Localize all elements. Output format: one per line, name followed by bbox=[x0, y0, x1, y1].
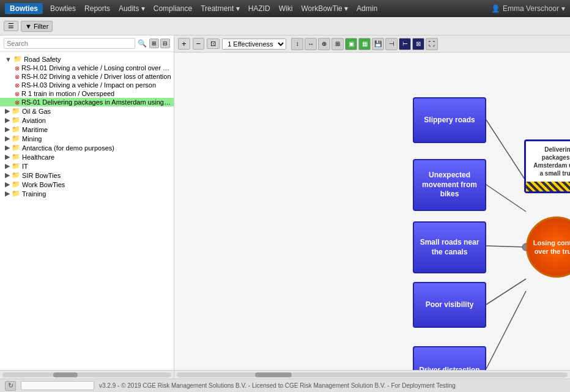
folder-chevron-icon: ▶ bbox=[5, 107, 10, 115]
fullscreen-btn[interactable]: ⛶ bbox=[426, 38, 438, 50]
sidebar-search-area: 🔍 ⊞ ⊟ bbox=[0, 35, 174, 52]
canvas-content[interactable]: Delivering packages in Amsterdam using a… bbox=[174, 53, 570, 370]
canvas-toolbar: + − ⊡ 1 Effectiveness ↕ ↔ ⊕ ⊞ ▣ ▦ 💾 ⊣ ⊢ … bbox=[174, 35, 570, 53]
tree-folder-antarctica[interactable]: ▶ 📁 Antarctica (for demo purposes) bbox=[0, 143, 174, 152]
tree-item-label: R 1 train in motion / Overspeed bbox=[21, 90, 114, 97]
expand-all-btn[interactable]: ⊞ bbox=[149, 39, 159, 48]
tree-item-label: RS-01 Delivering packages in Amsterdam u… bbox=[21, 98, 171, 106]
nav-audits[interactable]: Audits ▾ bbox=[119, 4, 145, 13]
dot-icon: ⊗ bbox=[15, 73, 20, 80]
canvas-hscroll-thumb[interactable] bbox=[255, 372, 292, 377]
cause-slippery-roads[interactable]: Slippery roads bbox=[413, 97, 486, 143]
canvas-hscroll[interactable] bbox=[174, 370, 570, 379]
status-input[interactable] bbox=[21, 381, 94, 390]
effectiveness-select[interactable]: 1 Effectiveness bbox=[222, 39, 286, 50]
nav-compliance[interactable]: Compliance bbox=[154, 4, 192, 13]
user-icon: 👤 bbox=[491, 4, 500, 13]
folder-icon: 📁 bbox=[12, 153, 20, 161]
sidebar-tree: ▼ 📁 Road Safety ⊗ RS-H.01 Driving a vehi… bbox=[0, 52, 174, 370]
cause-unexpected-movement[interactable]: Unexpected movement from bikes bbox=[413, 159, 486, 211]
tree-folder-road-safety[interactable]: ▼ 📁 Road Safety bbox=[0, 54, 174, 64]
filter-btn[interactable]: ▼ Filter bbox=[21, 21, 53, 32]
main-layout: 🔍 ⊞ ⊟ ▼ 📁 Road Safety ⊗ RS-H.01 Driving … bbox=[0, 35, 570, 379]
search-input[interactable] bbox=[4, 38, 135, 49]
tree-item-rs-h01[interactable]: ⊗ RS-H.01 Driving a vehicle / Losing con… bbox=[0, 64, 174, 72]
hazard-stripe bbox=[526, 182, 570, 191]
central-event[interactable]: Losing control over the truck bbox=[526, 216, 570, 278]
tree-item-label: Training bbox=[22, 190, 46, 198]
fit-btn[interactable]: ⊡ bbox=[207, 39, 220, 49]
tree-item-rs-h02[interactable]: ⊗ RS-H.02 Driving a vehicle / Driver los… bbox=[0, 72, 174, 81]
folder-icon: 📁 bbox=[13, 55, 22, 63]
user-dropdown-icon: ▾ bbox=[561, 4, 565, 13]
cause-driver-distraction[interactable]: Driver distraction bbox=[413, 346, 486, 370]
sidebar-hscroll[interactable] bbox=[0, 370, 174, 379]
nav-treatment[interactable]: Treatment ▾ bbox=[201, 4, 240, 13]
hazard-box[interactable]: Delivering packages in Amsterdam using a… bbox=[524, 139, 570, 193]
zoom-out-btn[interactable]: − bbox=[193, 38, 205, 50]
tree-item-label: IT bbox=[22, 163, 28, 170]
nav-reports[interactable]: Reports bbox=[84, 4, 110, 13]
tree-item-label: Road Safety bbox=[24, 56, 61, 63]
tree-item-label: RS-H.03 Driving a vehicle / Impact on pe… bbox=[21, 81, 156, 89]
icon-btn-9[interactable]: ⊢ bbox=[399, 38, 411, 50]
search-icon: 🔍 bbox=[138, 39, 147, 48]
svg-line-1 bbox=[486, 185, 526, 212]
tree-folder-training[interactable]: ▶ 📁 Training bbox=[0, 189, 174, 198]
nav-admin[interactable]: Admin bbox=[357, 4, 377, 13]
tree-item-label: Maritime bbox=[22, 126, 48, 133]
icon-btn-6[interactable]: ▦ bbox=[358, 38, 371, 50]
main-toolbar: ☰ ▼ Filter bbox=[0, 17, 570, 35]
folder-icon: 📁 bbox=[12, 125, 20, 133]
icon-btn-4[interactable]: ⊞ bbox=[331, 38, 344, 50]
tree-folder-aviation[interactable]: ▶ 📁 Aviation bbox=[0, 116, 174, 125]
tree-item-r1[interactable]: ⊗ R 1 train in motion / Overspeed bbox=[0, 89, 174, 98]
menu-toggle-btn[interactable]: ☰ bbox=[4, 21, 18, 31]
icon-btn-2[interactable]: ↔ bbox=[305, 38, 317, 50]
nav-hazid[interactable]: HAZID bbox=[248, 4, 270, 13]
app-logo[interactable]: Bowties bbox=[5, 3, 43, 14]
folder-chevron-icon: ▶ bbox=[5, 190, 10, 198]
zoom-in-btn[interactable]: + bbox=[178, 38, 190, 50]
folder-icon: 📁 bbox=[12, 107, 20, 115]
dot-icon: ⊗ bbox=[15, 65, 20, 72]
icon-btn-5[interactable]: ▣ bbox=[345, 38, 357, 50]
collapse-all-btn[interactable]: ⊟ bbox=[160, 39, 170, 48]
tree-folder-work-bowties[interactable]: ▶ 📁 Work BowTies bbox=[0, 180, 174, 189]
tree-item-label: Work BowTies bbox=[22, 181, 65, 188]
dot-icon: ⊗ bbox=[15, 99, 20, 106]
event-label: Losing control over the truck bbox=[531, 239, 570, 256]
tree-folder-sir-bowties[interactable]: ▶ 📁 SIR BowTies bbox=[0, 171, 174, 180]
svg-line-4 bbox=[486, 291, 526, 369]
hscroll-thumb[interactable] bbox=[53, 372, 78, 377]
sidebar: 🔍 ⊞ ⊟ ▼ 📁 Road Safety ⊗ RS-H.01 Driving … bbox=[0, 35, 174, 379]
cause-label: Poor visibility bbox=[426, 300, 474, 310]
nav-wiki[interactable]: Wiki bbox=[279, 4, 293, 13]
icon-btn-7[interactable]: 💾 bbox=[372, 38, 384, 50]
svg-line-3 bbox=[486, 279, 526, 305]
folder-icon: 📁 bbox=[12, 162, 20, 170]
icon-btn-10[interactable]: ⊠ bbox=[412, 38, 424, 50]
tree-folder-mining[interactable]: ▶ 📁 Mining bbox=[0, 134, 174, 143]
user-menu[interactable]: 👤 Emma Verschoor ▾ bbox=[491, 4, 565, 13]
nav-workbowtie[interactable]: WorkBowTie ▾ bbox=[301, 4, 348, 13]
nav-bowties[interactable]: Bowties bbox=[50, 4, 76, 13]
refresh-btn[interactable]: ↻ bbox=[5, 381, 16, 391]
tree-folder-oil-gas[interactable]: ▶ 📁 Oil & Gas bbox=[0, 106, 174, 116]
tree-folder-it[interactable]: ▶ 📁 IT bbox=[0, 161, 174, 171]
tree-folder-healthcare[interactable]: ▶ 📁 Healthcare bbox=[0, 152, 174, 161]
tree-folder-maritime[interactable]: ▶ 📁 Maritime bbox=[0, 125, 174, 134]
cause-small-roads[interactable]: Small roads near the canals bbox=[413, 221, 486, 273]
icon-btn-1[interactable]: ↕ bbox=[291, 38, 303, 50]
topbar: Bowties Bowties Reports Audits ▾ Complia… bbox=[0, 0, 570, 17]
cause-label: Slippery roads bbox=[424, 116, 475, 125]
icon-btn-3[interactable]: ⊕ bbox=[318, 38, 330, 50]
tree-item-rs-h03[interactable]: ⊗ RS-H.03 Driving a vehicle / Impact on … bbox=[0, 81, 174, 89]
dot-icon: ⊗ bbox=[15, 82, 20, 89]
folder-chevron-icon: ▶ bbox=[5, 171, 10, 179]
icon-btn-8[interactable]: ⊣ bbox=[385, 38, 398, 50]
tree-item-rs01[interactable]: ⊗ RS-01 Delivering packages in Amsterdam… bbox=[0, 98, 174, 106]
cause-label: Unexpected movement from bikes bbox=[418, 171, 481, 199]
svg-line-2 bbox=[486, 246, 526, 247]
cause-poor-visibility[interactable]: Poor visibility bbox=[413, 282, 486, 328]
